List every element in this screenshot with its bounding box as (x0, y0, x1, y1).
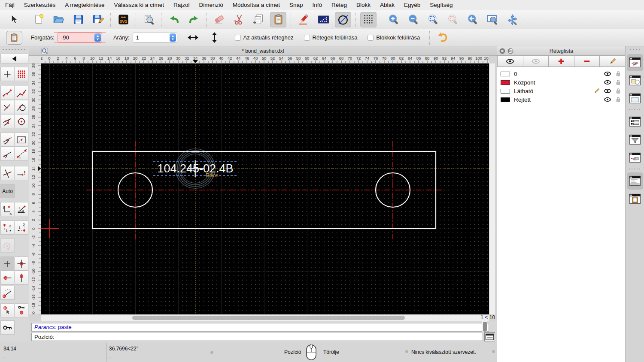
coord-cartesian-icon[interactable]: yx (0, 202, 14, 216)
layer-color-swatch[interactable] (501, 97, 510, 102)
back-arrow-icon[interactable] (0, 54, 28, 63)
checkbox-az-aktu-lis-r-teghez[interactable]: Az aktuális réteghez (235, 34, 294, 41)
new-file-icon[interactable] (30, 12, 47, 27)
menu-item-f-jl[interactable]: Fájl (5, 2, 15, 8)
toolbar-drag-handle[interactable] (629, 48, 641, 51)
reset-tool-icon[interactable] (434, 30, 450, 45)
snap-perpendicular-icon[interactable] (0, 100, 14, 114)
scale-input[interactable]: 1 (133, 33, 177, 42)
menu-item-seg-ts-g[interactable]: Segítség (430, 2, 453, 8)
checkbox-box[interactable] (368, 35, 374, 41)
dock-command-line-icon[interactable] (627, 172, 643, 190)
menu-item-v-lassza-ki-a-c-met[interactable]: Válassza ki a címet (114, 2, 164, 8)
restrict-orthogonal-icon[interactable] (15, 256, 28, 271)
coord-polar-icon[interactable]: ra (15, 202, 28, 216)
layer-row-rejtett[interactable]: Rejtett (497, 95, 626, 104)
copy-icon[interactable] (250, 12, 267, 27)
layer-row-l-that-[interactable]: Látható (497, 87, 626, 95)
snap-nearest-icon[interactable] (0, 114, 14, 128)
snap-distance-icon[interactable]: 12 (15, 147, 28, 161)
layer-row-0[interactable]: 0 (497, 69, 626, 78)
command-scrollbar-thumb[interactable] (483, 322, 487, 332)
layer-row-k-zpont[interactable]: Központ (497, 78, 626, 87)
toolbar-drag-handle[interactable] (2, 48, 27, 51)
corner-second-icon[interactable]: 12 (15, 220, 28, 235)
layer-color-swatch[interactable] (501, 72, 510, 76)
snap-on-entity-icon[interactable] (15, 86, 28, 100)
flip-horizontal-icon[interactable] (185, 30, 201, 45)
snap-center-icon[interactable] (15, 114, 28, 128)
restrict-horizontal-icon[interactable] (0, 271, 14, 285)
zoom-previous-icon[interactable] (465, 12, 481, 27)
drawing-canvas[interactable]: 104.245-02.4BRács (41, 63, 489, 314)
horizontal-scrollbar-thumb[interactable] (132, 316, 405, 320)
layer-lock-icon[interactable] (614, 87, 622, 95)
checkbox-box[interactable] (304, 35, 310, 41)
dock-library-browser-icon[interactable] (627, 90, 643, 107)
zoom-in-icon[interactable] (386, 12, 402, 27)
dock-clipboard-icon[interactable] (627, 190, 643, 208)
flip-vertical-icon[interactable] (207, 30, 223, 45)
snap-projection-icon[interactable] (0, 147, 14, 161)
snap-tangent-line-icon[interactable] (0, 133, 14, 147)
dock-layer-list-icon[interactable] (627, 54, 643, 71)
remove-layer-icon[interactable] (574, 56, 600, 67)
menu-item-snap[interactable]: Snap (289, 2, 303, 8)
zoom-window-icon[interactable] (484, 12, 501, 27)
command-scrollbar[interactable] (482, 321, 487, 332)
command-window-toggle-icon[interactable] (484, 332, 495, 341)
layer-lock-icon[interactable] (614, 96, 622, 103)
show-all-layers-icon[interactable] (497, 56, 523, 67)
rotation-stepper[interactable] (94, 33, 101, 42)
menu-item-rajzol[interactable]: Rajzol (173, 2, 190, 8)
menu-item-m-dos-tsa-a-c-met[interactable]: Módosítsa a címet (233, 2, 280, 8)
command-input[interactable]: Pozíció: (31, 333, 483, 341)
dock-selection-filter-icon[interactable] (627, 131, 643, 148)
corner-first-icon[interactable]: 12 (0, 220, 14, 235)
command-history[interactable]: Parancs: paste (31, 323, 489, 332)
layer-visibility-eye-icon[interactable] (604, 78, 611, 86)
undo-icon[interactable] (166, 12, 182, 27)
layer-visibility-eye-icon[interactable] (604, 87, 611, 95)
scale-stepper[interactable] (170, 33, 176, 42)
angle-gauge-icon[interactable] (0, 286, 15, 300)
menu-item-egy-b[interactable]: Egyéb (404, 2, 420, 8)
layer-lock-icon[interactable] (614, 70, 622, 78)
dock-command-log-icon[interactable] (627, 149, 643, 166)
auto-button[interactable]: Auto (0, 184, 15, 198)
vertical-scrollbar[interactable] (489, 63, 495, 314)
cut-icon[interactable] (231, 12, 247, 27)
svg-export-icon[interactable]: SVG (115, 12, 131, 27)
eraser-icon[interactable] (211, 12, 227, 27)
paste-options-icon[interactable] (6, 31, 22, 45)
horizontal-scrollbar[interactable] (41, 314, 489, 321)
grid-toggle-icon[interactable] (360, 12, 377, 27)
relative-zero-key-icon[interactable] (0, 320, 15, 335)
dock-entity-list-icon[interactable] (627, 113, 643, 130)
snap-endpoints-icon[interactable] (0, 86, 14, 100)
layer-color-swatch[interactable] (501, 80, 510, 85)
restrict-nothing-icon[interactable] (0, 256, 14, 271)
menu-item-a-megtekint-se[interactable]: A megtekintése (65, 2, 104, 8)
save-as-icon[interactable] (90, 12, 106, 27)
layer-visibility-eye-icon[interactable] (604, 70, 611, 78)
snap-intersection-icon[interactable] (0, 166, 14, 180)
redo-icon[interactable] (185, 12, 202, 27)
menu-item-r-teg[interactable]: Réteg (331, 2, 347, 8)
paste-icon[interactable] (270, 12, 286, 27)
menu-item-dimenzi-[interactable]: Dimenzió (199, 2, 223, 8)
menu-item-inf-[interactable]: Infó (313, 2, 322, 8)
dock-block-list-icon[interactable] (627, 72, 643, 89)
open-file-icon[interactable] (50, 12, 67, 27)
snap-middle-icon[interactable] (15, 133, 28, 147)
hide-all-layers-icon[interactable] (523, 56, 549, 67)
menu-item-blokk[interactable]: Blokk (356, 2, 371, 8)
restrict-vertical-icon[interactable] (15, 271, 28, 285)
draw-pencil-icon[interactable] (295, 12, 312, 27)
snap-intersection-manual-icon[interactable]: ! (15, 166, 28, 180)
menu-item-ablak[interactable]: Ablak (380, 2, 395, 8)
save-icon[interactable] (70, 12, 86, 27)
zoom-out-icon[interactable] (405, 12, 422, 27)
layer-visibility-eye-icon[interactable] (604, 96, 611, 103)
add-layer-icon[interactable] (549, 56, 574, 67)
